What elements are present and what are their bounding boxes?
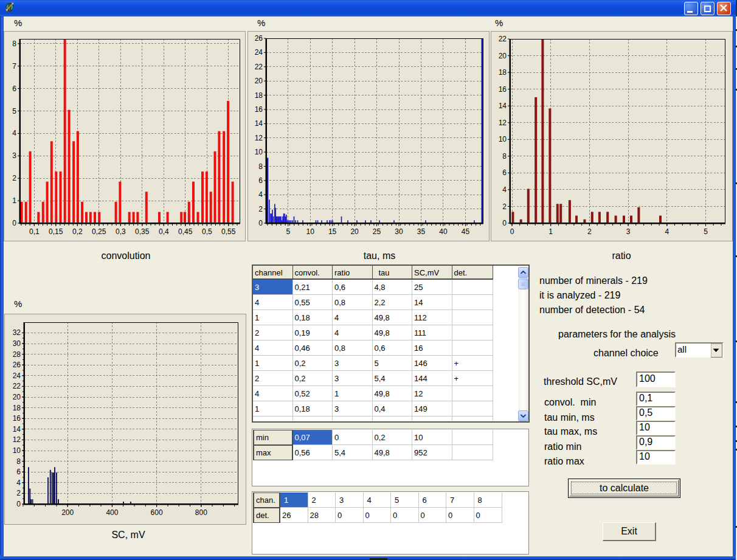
svg-text:400: 400 — [106, 508, 118, 517]
svg-text:14: 14 — [13, 425, 21, 434]
svg-text:0: 0 — [502, 219, 507, 227]
svg-text:3: 3 — [12, 151, 16, 160]
svg-text:16: 16 — [13, 414, 21, 423]
svg-text:800: 800 — [195, 508, 207, 517]
svg-text:10: 10 — [306, 227, 315, 236]
svg-text:10: 10 — [255, 148, 263, 156]
svg-text:8: 8 — [502, 152, 507, 161]
svg-text:200: 200 — [61, 508, 74, 517]
svg-text:15: 15 — [328, 227, 337, 236]
svg-text:12: 12 — [499, 119, 507, 127]
svg-text:8: 8 — [258, 162, 263, 171]
svg-text:20: 20 — [499, 52, 507, 60]
svg-text:0,5: 0,5 — [202, 227, 212, 236]
svg-text:0: 0 — [16, 500, 21, 508]
svg-text:3: 3 — [626, 227, 631, 236]
svg-text:2: 2 — [16, 489, 21, 497]
svg-text:2: 2 — [12, 174, 16, 182]
svg-text:8: 8 — [16, 457, 21, 466]
svg-text:0,1: 0,1 — [29, 227, 40, 236]
svg-text:12: 12 — [255, 134, 263, 142]
svg-text:4: 4 — [16, 479, 21, 487]
svg-text:20: 20 — [255, 77, 263, 85]
svg-text:12: 12 — [13, 435, 21, 444]
svg-text:0: 0 — [510, 227, 514, 236]
svg-text:6: 6 — [258, 176, 263, 185]
svg-text:22: 22 — [13, 382, 21, 390]
svg-text:30: 30 — [13, 339, 21, 348]
svg-text:1: 1 — [548, 227, 553, 236]
svg-text:10: 10 — [13, 446, 21, 455]
svg-text:16: 16 — [499, 85, 507, 94]
svg-text:26: 26 — [13, 361, 21, 369]
svg-text:28: 28 — [13, 350, 21, 359]
svg-text:2: 2 — [502, 202, 507, 211]
svg-text:4: 4 — [502, 185, 507, 194]
svg-text:0,3: 0,3 — [116, 227, 126, 236]
svg-text:4: 4 — [665, 227, 669, 236]
svg-text:4: 4 — [12, 129, 16, 137]
svg-text:0,4: 0,4 — [159, 227, 169, 236]
svg-text:0: 0 — [258, 219, 263, 227]
svg-text:0,45: 0,45 — [178, 227, 193, 236]
svg-text:20: 20 — [350, 227, 359, 236]
svg-text:6: 6 — [502, 168, 507, 177]
svg-text:14: 14 — [255, 119, 263, 128]
svg-text:5: 5 — [704, 227, 708, 236]
svg-text:6: 6 — [16, 468, 21, 476]
svg-text:25: 25 — [373, 227, 381, 236]
svg-text:40: 40 — [439, 227, 448, 236]
svg-text:22: 22 — [499, 35, 507, 43]
svg-text:18: 18 — [255, 91, 263, 100]
svg-text:18: 18 — [499, 68, 507, 77]
svg-text:24: 24 — [255, 48, 263, 57]
svg-text:8: 8 — [12, 40, 16, 48]
svg-text:5: 5 — [286, 227, 290, 236]
svg-text:0,2: 0,2 — [72, 227, 83, 236]
svg-text:32: 32 — [13, 328, 21, 337]
svg-text:45: 45 — [462, 227, 470, 236]
svg-text:24: 24 — [13, 372, 21, 380]
svg-text:14: 14 — [499, 102, 507, 110]
svg-text:1: 1 — [12, 196, 16, 205]
svg-text:35: 35 — [417, 227, 426, 236]
svg-text:0,55: 0,55 — [221, 227, 236, 236]
svg-text:7: 7 — [12, 62, 16, 71]
svg-text:16: 16 — [255, 105, 263, 114]
svg-text:6: 6 — [12, 85, 16, 93]
svg-text:0: 0 — [12, 219, 16, 227]
svg-text:0,25: 0,25 — [92, 227, 106, 236]
svg-text:30: 30 — [395, 227, 403, 236]
svg-text:600: 600 — [151, 508, 163, 517]
svg-text:5: 5 — [12, 107, 16, 116]
svg-text:2: 2 — [258, 205, 263, 213]
svg-text:4: 4 — [258, 190, 263, 199]
svg-text:2: 2 — [587, 227, 592, 236]
svg-text:20: 20 — [13, 393, 21, 401]
svg-text:26: 26 — [255, 34, 263, 43]
svg-text:0,15: 0,15 — [49, 227, 63, 236]
svg-text:0,35: 0,35 — [135, 227, 150, 236]
svg-text:22: 22 — [255, 63, 263, 71]
svg-text:18: 18 — [13, 404, 21, 412]
svg-text:10: 10 — [499, 135, 507, 143]
